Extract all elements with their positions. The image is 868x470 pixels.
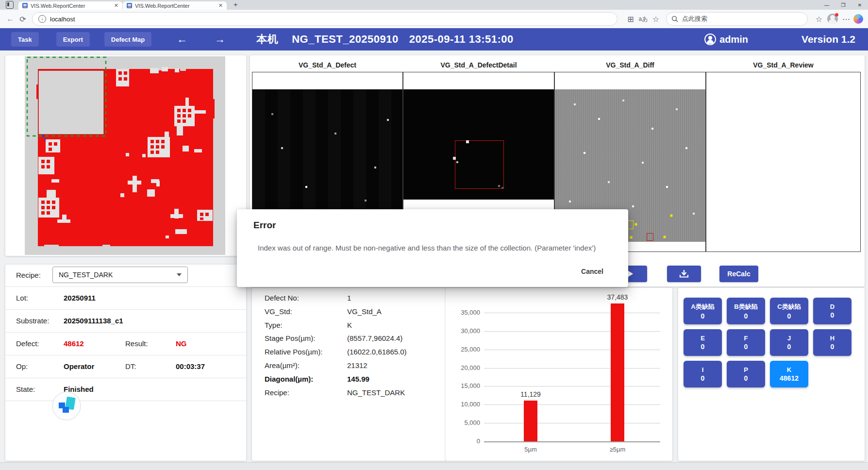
chart-gridline [484, 313, 660, 313]
recipe-select-value: NG_TEST_DARK [59, 271, 113, 279]
defect-class-count: 0 [744, 312, 748, 320]
app-favicon [22, 3, 28, 8]
notification-dot [835, 13, 838, 17]
defect-count-value: 48612 [64, 339, 84, 348]
tab-title: VIS.Web.ReportCenter [135, 3, 216, 9]
split-screen-icon[interactable]: ⊞ [624, 13, 637, 25]
defect-class-button-B类缺陷[interactable]: B类缺陷0 [727, 298, 765, 324]
defect-class-button-F[interactable]: F0 [727, 329, 765, 356]
defect-class-label: D [830, 303, 835, 310]
defect-info-row: Area(µm²):21312 [252, 361, 446, 375]
profile-avatar[interactable] [827, 14, 838, 24]
defect-info-label: Area(µm²): [265, 361, 300, 369]
defect-class-label: A类缺陷 [691, 302, 714, 311]
defect-info-label: Relative Pos(µm): [265, 348, 323, 356]
more-menu-icon[interactable]: ⋯ [840, 13, 852, 25]
defect-class-button-J[interactable]: J0 [770, 329, 808, 356]
defect-info-value: VG_Std_A [347, 307, 382, 316]
tab-close-icon[interactable]: ✕ [114, 2, 118, 9]
tab-actions-icon[interactable] [6, 1, 14, 9]
restore-icon[interactable]: ❐ [835, 0, 851, 10]
defect-info-label: Stage Pos(µm): [265, 334, 316, 342]
favorite-star-icon[interactable]: ☆ [650, 13, 662, 25]
search-box[interactable]: 点此搜索 [666, 12, 808, 26]
copilot-icon[interactable] [853, 14, 863, 24]
defect-info-label: VG_Std: [265, 307, 292, 316]
defect-class-label: P [744, 366, 748, 373]
error-dialog: Error Index was out of range. Must be no… [237, 209, 628, 287]
defect-class-label: F [744, 335, 748, 342]
run-info-card: Recipe: NG_TEST_DARK Lot: 20250911 Subst… [5, 265, 246, 461]
diff-red-marker-box [647, 233, 653, 241]
new-tab-icon[interactable]: ＋ [232, 0, 239, 9]
dt-label: DT: [125, 362, 136, 370]
chart-gridline [484, 386, 660, 386]
prev-defect-icon[interactable]: ← [173, 33, 191, 46]
defect-info-row: Relative Pos(µm):(16022.0,61865.0) [252, 348, 446, 361]
recipe-select[interactable]: NG_TEST_DARK [52, 267, 188, 283]
op-value: Operator [64, 362, 94, 370]
cancel-button[interactable]: Cancel [574, 264, 611, 279]
close-icon[interactable]: ✕ [851, 0, 868, 10]
chart-gridline [484, 441, 660, 442]
review-image-panel[interactable] [706, 72, 861, 252]
task-button[interactable]: Task [11, 32, 39, 47]
substrate-label: Substrate: [16, 317, 49, 325]
export-button[interactable]: Export [56, 32, 90, 47]
chart-ytick-label: 0 [446, 437, 480, 445]
minimize-icon[interactable]: — [818, 0, 835, 10]
search-icon [671, 16, 678, 22]
browser-address-bar: ← ⟳ i localhost ⊞ aあ ☆ 点此搜索 ☆ ⋯ [0, 10, 868, 29]
defect-info-row: Type:K [252, 321, 446, 335]
chart-ytick-label: 20,000 [446, 364, 480, 371]
user-menu[interactable]: admin [704, 34, 748, 45]
error-dialog-message: Index was out of range. Must be non-nega… [258, 244, 612, 252]
defect-class-button-K[interactable]: K48612 [770, 361, 808, 387]
defect-info-row: Recipe:NG_TEST_DARK [252, 388, 446, 402]
defect-info-label: Type: [265, 321, 283, 329]
browser-tab-2[interactable]: VIS.Web.ReportCenter ✕ [123, 1, 227, 10]
defect-class-count: 0 [701, 374, 705, 382]
defect-class-button-D[interactable]: D0 [813, 298, 851, 324]
refresh-icon[interactable]: ⟳ [17, 13, 29, 25]
chart-ytick-label: 15,000 [446, 382, 480, 389]
defect-info-value: NG_TEST_DARK [347, 388, 405, 397]
wafer-defect-map[interactable] [5, 55, 246, 256]
chart-xtick-label: 5µm [509, 446, 552, 453]
defect-class-button-I[interactable]: I0 [684, 361, 722, 387]
site-info-icon[interactable]: i [38, 15, 46, 23]
translate-icon[interactable]: aあ [637, 13, 650, 25]
url-input[interactable]: i localhost [32, 12, 618, 26]
chart-bar-value-label: 11,129 [509, 390, 552, 398]
favorites-bar-icon[interactable]: ☆ [813, 13, 825, 25]
defect-detail-highlight-box [455, 140, 504, 189]
defect-info-value: 1 [347, 294, 351, 302]
chart-gridline [484, 350, 660, 350]
defect-class-button-A类缺陷[interactable]: A类缺陷0 [684, 298, 722, 324]
next-defect-icon[interactable]: → [211, 33, 229, 46]
defect-info-card: Defect No:1VG_Std:VG_Std_AType:KStage Po… [252, 288, 446, 461]
chart-gridline [484, 331, 660, 332]
recalc-button[interactable]: ReCalc [719, 266, 758, 282]
chart-bar-value-label: 37,483 [596, 293, 639, 301]
defect-class-label: K [787, 366, 791, 373]
defect-class-button-H[interactable]: H0 [813, 329, 851, 356]
defect-class-label: I [702, 366, 704, 373]
download-button[interactable] [667, 266, 701, 282]
defect-class-button-P[interactable]: P0 [727, 361, 765, 387]
defect-class-button-C类缺陷[interactable]: C类缺陷0 [770, 298, 808, 324]
browser-tab-1[interactable]: VIS.Web.ReportCenter ✕ [18, 1, 122, 10]
machine-label: 本机 [256, 32, 278, 47]
defect-map-button[interactable]: Defect Map [104, 32, 151, 47]
defect-info-label: Recipe: [265, 388, 289, 397]
defect-info-value: K [347, 321, 352, 329]
chart-ytick-label: 5,000 [446, 419, 480, 426]
defect-class-label: C类缺陷 [777, 302, 801, 311]
defect-class-card: A类缺陷0B类缺陷0C类缺陷0D0E0F0J0H0I0P0K48612 [678, 288, 865, 461]
tab-close-icon[interactable]: ✕ [218, 2, 223, 9]
chart-gridline [484, 368, 660, 369]
defect-class-button-E[interactable]: E0 [684, 329, 722, 356]
chart-ytick-label: 10,000 [446, 401, 480, 408]
back-icon[interactable]: ← [4, 13, 17, 25]
defect-class-count: 0 [831, 311, 835, 319]
